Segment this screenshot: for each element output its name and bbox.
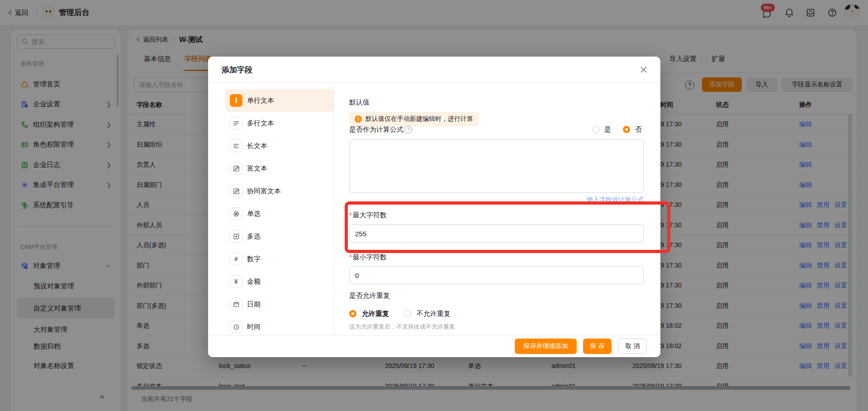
- alert-text: 默认值仅在手动新建编辑时，进行计算: [365, 115, 473, 123]
- min-chars-input[interactable]: [349, 266, 644, 284]
- min-chars-label: *最小字符数: [349, 253, 387, 262]
- default-value-alert: ! 默认值仅在手动新建编辑时，进行计算: [349, 112, 479, 126]
- field-type-multi-line-text[interactable]: 多行文本: [225, 112, 334, 134]
- rich-text-icon: [230, 162, 242, 175]
- max-chars-label: *最大字符数: [349, 211, 387, 220]
- required-asterisk: *: [349, 253, 352, 261]
- disallow-duplicate-radio-label[interactable]: 不允许重复: [417, 309, 451, 318]
- formula-yes-label[interactable]: 是: [604, 125, 611, 134]
- insert-formula-link[interactable]: 插入字段或计算公式: [587, 196, 644, 204]
- field-type-date[interactable]: 日期: [225, 293, 334, 315]
- radio-icon: [230, 207, 242, 220]
- field-type-radio[interactable]: 单选: [225, 202, 334, 225]
- formula-no-label[interactable]: 否: [635, 125, 642, 134]
- formula-question-label: 是否作为计算公式?: [349, 125, 412, 134]
- checkbox-icon: [230, 230, 242, 243]
- modal-title: 添加字段: [222, 65, 252, 75]
- disallow-duplicate-radio[interactable]: [404, 310, 411, 317]
- alert-icon: !: [355, 115, 362, 123]
- field-type-collab-rich-text[interactable]: 协同富文本: [225, 180, 334, 202]
- add-field-modal: 添加字段 I 单行文本 多行文本 长文本 富文本 协同富文本 单选: [208, 57, 660, 357]
- number-icon: #: [230, 253, 242, 265]
- default-value-label: 默认值: [349, 98, 370, 107]
- field-type-checkbox[interactable]: 多选: [225, 225, 334, 248]
- date-icon: [230, 298, 242, 311]
- field-type-long-text[interactable]: 长文本: [225, 134, 334, 157]
- formula-yes-radio[interactable]: [592, 126, 599, 133]
- allow-duplicate-label: 是否允许重复: [349, 292, 390, 300]
- single-line-text-icon: I: [230, 94, 242, 107]
- required-asterisk: *: [349, 211, 352, 219]
- default-value-textarea[interactable]: [349, 139, 644, 193]
- modal-footer: 保存并继续添加 保 存 取 消: [208, 335, 660, 357]
- field-type-single-line-text[interactable]: I 单行文本: [225, 89, 334, 112]
- long-text-icon: [230, 139, 242, 152]
- max-chars-input[interactable]: [349, 225, 644, 243]
- field-type-rich-text[interactable]: 富文本: [225, 157, 334, 180]
- duplicate-hint: 设为允许重复后，不支持改成不允许重复: [349, 323, 455, 331]
- currency-icon: ¥: [230, 275, 242, 288]
- time-icon: [230, 320, 242, 333]
- modal-divider: [208, 82, 660, 83]
- field-type-currency[interactable]: ¥ 金额: [225, 270, 334, 293]
- question-circle-icon[interactable]: ?: [404, 126, 412, 134]
- cancel-button[interactable]: 取 消: [618, 339, 647, 354]
- field-type-number[interactable]: # 数字: [225, 248, 334, 270]
- save-button[interactable]: 保 存: [583, 339, 612, 354]
- allow-duplicate-radio-label[interactable]: 允许重复: [362, 309, 389, 318]
- save-and-continue-button[interactable]: 保存并继续添加: [515, 339, 577, 354]
- formula-no-radio[interactable]: [623, 126, 630, 133]
- multi-line-text-icon: [230, 117, 242, 129]
- close-icon[interactable]: [638, 64, 650, 76]
- collab-rich-text-icon: [230, 185, 242, 197]
- allow-duplicate-radio[interactable]: [349, 310, 356, 317]
- modal-vertical-divider: [334, 82, 334, 335]
